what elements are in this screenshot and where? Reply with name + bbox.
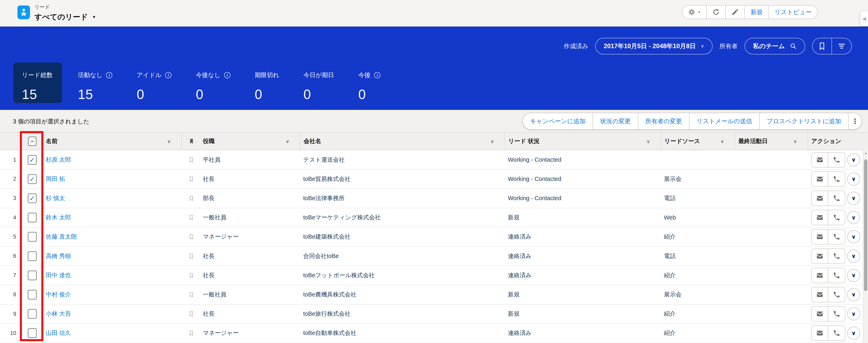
lead-name-link[interactable]: 田中 達也 xyxy=(46,271,71,279)
bookmark-icon[interactable] xyxy=(188,272,194,279)
bulk-action-button[interactable]: プロスペクトリストに追加 xyxy=(760,113,848,129)
call-button[interactable] xyxy=(828,171,845,187)
email-button[interactable] xyxy=(811,325,828,341)
sort-chevron-icon[interactable]: ∨ xyxy=(720,138,724,144)
call-button[interactable] xyxy=(828,229,845,244)
bookmark-icon[interactable] xyxy=(188,310,194,318)
bookmark-icon[interactable] xyxy=(188,329,194,337)
bulk-action-button[interactable]: 所有者の変更 xyxy=(638,113,689,129)
email-button[interactable] xyxy=(811,306,828,321)
column-header-follow[interactable] xyxy=(181,133,199,150)
lead-name-link[interactable]: 杉 慎太 xyxy=(46,194,65,202)
row-checkbox[interactable] xyxy=(28,271,37,280)
row-checkbox[interactable]: ✓ xyxy=(28,174,37,184)
page-title[interactable]: すべてのリード xyxy=(34,12,88,22)
email-button[interactable] xyxy=(811,229,828,244)
date-range-filter[interactable]: 2017年10月5日 - 2048年10月8日 ∨ xyxy=(595,38,713,55)
row-actions-dropdown[interactable]: ∨ xyxy=(847,307,860,320)
scrollbar-thumb[interactable] xyxy=(864,160,867,291)
lead-name-link[interactable]: 小林 大吾 xyxy=(46,310,71,318)
sort-chevron-icon[interactable]: ∨ xyxy=(491,138,494,144)
lead-name-link[interactable]: 高橋 秀樹 xyxy=(46,252,71,260)
call-button[interactable] xyxy=(828,191,845,206)
row-actions-dropdown[interactable]: ∨ xyxy=(847,327,860,340)
kpi-tile[interactable]: 活動なし i 15 xyxy=(69,63,121,102)
row-checkbox[interactable] xyxy=(28,309,37,319)
edit-button[interactable] xyxy=(726,6,745,19)
select-all-checkbox[interactable]: − xyxy=(28,137,36,146)
call-button[interactable] xyxy=(828,306,845,321)
call-button[interactable] xyxy=(828,152,845,168)
lead-name-link[interactable]: 山田 信久 xyxy=(46,329,71,337)
column-header-last-activity[interactable]: 最終活動日∨ xyxy=(735,133,808,150)
sort-chevron-icon[interactable]: ∨ xyxy=(794,138,797,144)
bulk-action-button[interactable]: キャンペーンに追加 xyxy=(523,113,593,129)
kpi-tile[interactable]: リード総数 15 xyxy=(13,63,62,103)
bookmark-icon[interactable] xyxy=(188,291,194,299)
column-header-title[interactable]: 役職∨ xyxy=(199,133,300,150)
column-header-company[interactable]: 会社名∨ xyxy=(300,133,505,150)
email-button[interactable] xyxy=(811,152,828,168)
list-view-selector-caret-icon[interactable]: ▼ xyxy=(92,15,96,20)
more-actions-button[interactable]: ⋮ xyxy=(848,113,862,129)
call-button[interactable] xyxy=(828,210,845,225)
row-actions-dropdown[interactable]: ∨ xyxy=(847,250,860,263)
lead-name-link[interactable]: 鈴木 太郎 xyxy=(46,213,71,221)
email-button[interactable] xyxy=(811,171,828,187)
info-icon[interactable]: i xyxy=(106,72,112,78)
email-button[interactable] xyxy=(811,210,828,225)
bookmark-icon[interactable] xyxy=(188,156,194,164)
kpi-tile[interactable]: 今後なし i 0 xyxy=(187,63,239,102)
column-header-name[interactable]: 名前∨ xyxy=(42,133,181,150)
email-button[interactable] xyxy=(811,287,828,302)
row-checkbox[interactable] xyxy=(28,213,37,222)
call-button[interactable] xyxy=(828,287,845,302)
info-icon[interactable]: i xyxy=(374,72,380,78)
bookmark-icon[interactable] xyxy=(188,175,194,183)
vertical-scrollbar[interactable]: ▲ xyxy=(863,150,868,343)
row-checkbox[interactable]: ✓ xyxy=(28,194,37,203)
row-actions-dropdown[interactable]: ∨ xyxy=(847,230,860,243)
bookmark-icon[interactable] xyxy=(188,252,194,260)
row-actions-dropdown[interactable]: ∨ xyxy=(847,173,860,185)
row-actions-dropdown[interactable]: ∨ xyxy=(847,288,860,301)
lead-name-link[interactable]: 中村 俊介 xyxy=(46,290,71,299)
panel-collapse-button[interactable]: ◀ xyxy=(860,11,868,26)
call-button[interactable] xyxy=(828,325,845,341)
sort-chevron-icon[interactable]: ∨ xyxy=(167,138,171,144)
row-actions-dropdown[interactable]: ∨ xyxy=(847,153,860,166)
row-checkbox[interactable] xyxy=(28,232,37,242)
row-actions-dropdown[interactable]: ∨ xyxy=(847,269,860,282)
info-icon[interactable]: i xyxy=(165,72,172,78)
column-header-status[interactable]: リード 状況∨ xyxy=(505,133,661,150)
filters-panel-button[interactable] xyxy=(832,38,851,54)
sort-chevron-icon[interactable]: ∨ xyxy=(647,138,650,144)
email-button[interactable] xyxy=(811,191,828,206)
bookmark-icon[interactable] xyxy=(188,214,194,221)
kpi-tile[interactable]: 期限切れ 0 xyxy=(246,63,288,102)
info-icon[interactable]: i xyxy=(224,72,230,78)
row-actions-dropdown[interactable]: ∨ xyxy=(847,192,860,205)
bulk-action-button[interactable]: 状況の変更 xyxy=(593,113,638,129)
bulk-action-button[interactable]: リストメールの送信 xyxy=(689,113,760,129)
refresh-button[interactable] xyxy=(707,6,726,19)
row-checkbox[interactable] xyxy=(28,328,37,338)
bookmark-button[interactable] xyxy=(812,38,832,54)
settings-button[interactable]: ▼ xyxy=(682,6,707,19)
email-button[interactable] xyxy=(811,248,828,264)
lead-name-link[interactable]: 岡田 拓 xyxy=(46,175,65,183)
bookmark-icon[interactable] xyxy=(188,195,194,202)
bookmark-icon[interactable] xyxy=(188,233,194,241)
sort-chevron-icon[interactable]: ∨ xyxy=(286,138,289,144)
list-view-button[interactable]: リストビュー xyxy=(769,6,817,19)
kpi-tile[interactable]: アイドル i 0 xyxy=(128,63,180,102)
row-checkbox[interactable] xyxy=(28,290,37,300)
call-button[interactable] xyxy=(828,248,845,264)
scroll-up-arrow-icon[interactable]: ▲ xyxy=(863,151,868,155)
row-checkbox[interactable] xyxy=(28,251,37,261)
column-header-source[interactable]: リードソース∨ xyxy=(661,133,735,150)
row-checkbox[interactable]: ✓ xyxy=(28,155,37,165)
email-button[interactable] xyxy=(811,268,828,283)
kpi-tile[interactable]: 今後 i 0 xyxy=(350,63,389,102)
owner-filter[interactable]: 私のチーム xyxy=(745,38,805,55)
